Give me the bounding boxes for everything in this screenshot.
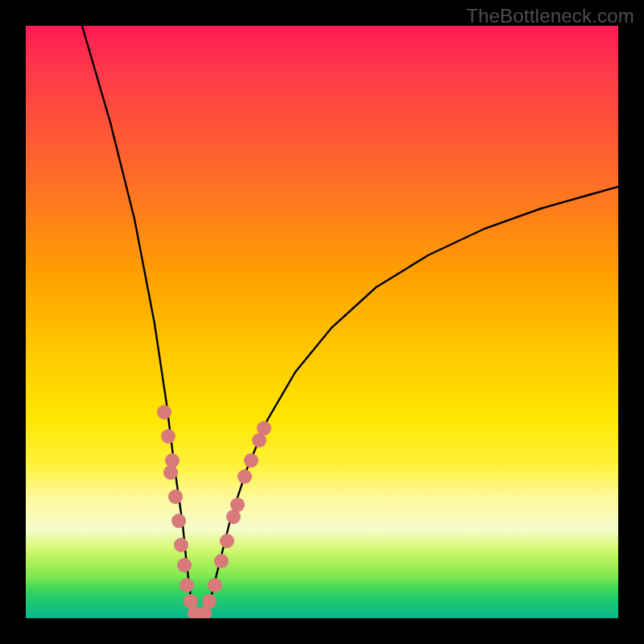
bottleneck-curve [82, 26, 618, 617]
plot-area [26, 26, 618, 618]
scatter-dot [168, 489, 183, 504]
scatter-dot [208, 578, 222, 592]
scatter-dot [180, 578, 194, 592]
scatter-dot [214, 554, 229, 568]
scatter-dot [163, 465, 178, 480]
scatter-dot [171, 514, 186, 528]
scatter-dot [230, 497, 245, 512]
scatter-dot [177, 558, 192, 572]
watermark-text: TheBottleneck.com [466, 5, 634, 27]
scatter-dot [220, 534, 234, 548]
chart-svg [26, 26, 618, 618]
scatter-dot [257, 421, 271, 436]
chart-frame: TheBottleneck.com [0, 0, 644, 644]
scatter-dot [244, 453, 258, 468]
scatter-dot [161, 429, 175, 444]
scatter-dot [202, 594, 217, 609]
scatter-dot [174, 538, 188, 552]
scatter-dot [237, 469, 252, 484]
scatter-dot [157, 405, 171, 419]
scatter-markers [157, 405, 271, 618]
